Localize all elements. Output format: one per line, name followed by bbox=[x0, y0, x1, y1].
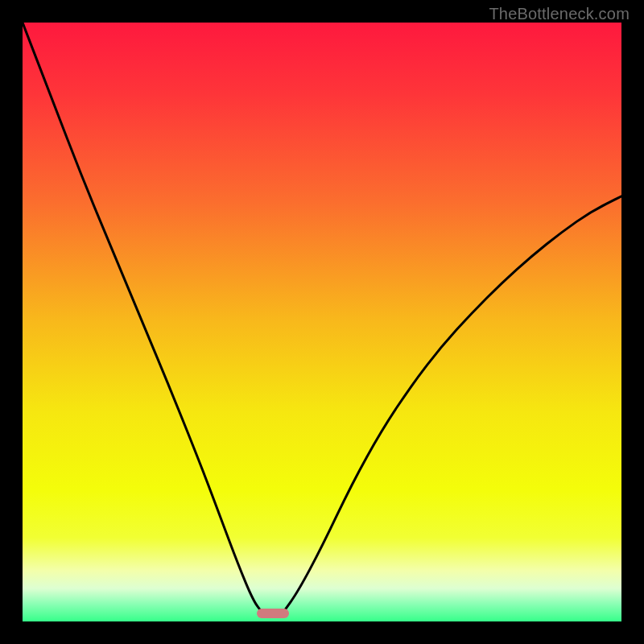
gradient-rect bbox=[23, 23, 621, 621]
bottleneck-chart bbox=[23, 23, 621, 621]
plot-frame bbox=[23, 23, 621, 621]
watermark-text: TheBottleneck.com bbox=[489, 5, 630, 23]
minimum-marker bbox=[257, 609, 290, 618]
